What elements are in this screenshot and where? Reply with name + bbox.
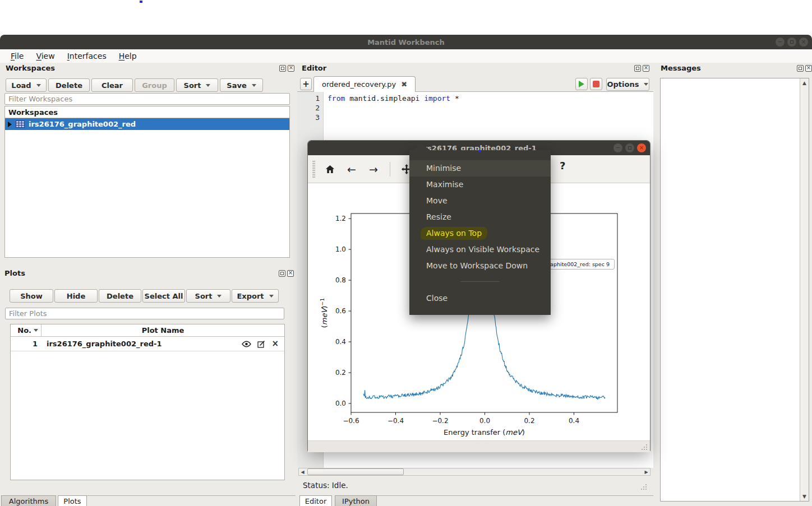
options-button[interactable]: Options bbox=[606, 78, 649, 91]
bottom-plots-tab[interactable]: Plots bbox=[58, 495, 87, 506]
context-menu-item-resize[interactable]: Resize bbox=[409, 209, 551, 225]
menu-item-file[interactable]: File bbox=[6, 50, 29, 62]
svg-text:0.6: 0.6 bbox=[335, 307, 346, 315]
context-menu-item-always-on-visible-workspace[interactable]: Always on Visible Workspace bbox=[409, 242, 551, 258]
workspaces-delete-button[interactable]: Delete bbox=[48, 78, 90, 92]
plots-float-icon[interactable] bbox=[279, 270, 285, 277]
resize-grip[interactable] bbox=[642, 443, 648, 450]
workspaces-load-button[interactable]: Load bbox=[6, 78, 47, 92]
back-icon[interactable]: ← bbox=[344, 162, 359, 177]
close-icon[interactable]: × bbox=[271, 340, 279, 348]
plots-close-icon[interactable] bbox=[287, 270, 294, 277]
menu-bar: FileViewInterfacesHelp bbox=[0, 49, 812, 63]
workspaces-panel-title: Workspaces bbox=[6, 64, 55, 72]
messages-scrollbar[interactable]: ▲ ▼ bbox=[800, 78, 809, 501]
editor-float-icon[interactable] bbox=[634, 65, 641, 72]
plots-show-button[interactable]: Show bbox=[10, 289, 53, 303]
play-icon bbox=[579, 81, 584, 87]
button-label: Export bbox=[237, 292, 264, 300]
workspaces-group-button[interactable]: Group bbox=[135, 78, 174, 92]
menu-item-view[interactable]: View bbox=[31, 50, 59, 62]
context-menu-item-maximise[interactable]: Maximise bbox=[409, 177, 551, 193]
editor-close-icon[interactable] bbox=[643, 65, 649, 72]
eye-icon[interactable] bbox=[242, 341, 251, 347]
resize-grip[interactable] bbox=[641, 483, 648, 490]
expand-arrow-icon[interactable] bbox=[8, 122, 12, 127]
run-button[interactable] bbox=[575, 78, 588, 90]
button-label: Show bbox=[20, 292, 43, 300]
context-menu-item-minimise[interactable]: Minimise bbox=[409, 160, 551, 177]
line-number: 1 bbox=[297, 94, 323, 103]
plots-sort-button[interactable]: Sort bbox=[186, 289, 230, 303]
chevron-down-icon bbox=[206, 84, 210, 87]
workspaces-list: Workspaces irs26176_graphite002_red bbox=[4, 106, 290, 258]
toolbar-grip[interactable] bbox=[312, 160, 315, 178]
plots-filter-input[interactable] bbox=[5, 308, 284, 319]
workspace-item[interactable]: irs26176_graphite002_red bbox=[5, 118, 289, 130]
button-label: Load bbox=[11, 81, 31, 90]
stray-dot bbox=[140, 1, 142, 3]
chevron-down-icon bbox=[217, 295, 222, 298]
stray-dot bbox=[478, 150, 481, 152]
maximize-button[interactable] bbox=[787, 38, 796, 47]
svg-text:1.2: 1.2 bbox=[335, 215, 346, 222]
plots-delete-button[interactable]: Delete bbox=[99, 289, 141, 303]
table-row[interactable]: 1irs26176_graphite002_red-1× bbox=[11, 337, 284, 351]
scroll-left-icon[interactable]: ◀ bbox=[299, 468, 306, 475]
menu-separator bbox=[460, 281, 500, 282]
workspaces-save-button[interactable]: Save bbox=[220, 78, 263, 92]
console-editor-tab[interactable]: Editor bbox=[299, 495, 332, 506]
scroll-down-icon[interactable]: ▼ bbox=[800, 492, 809, 501]
context-menu-item-always-on-top[interactable]: Always on Top bbox=[409, 225, 551, 242]
scroll-up-icon[interactable]: ▲ bbox=[800, 78, 809, 87]
svg-text:0.2: 0.2 bbox=[335, 369, 346, 377]
plot-close-button[interactable]: × bbox=[637, 143, 646, 152]
tab-close-icon[interactable]: ✖ bbox=[401, 80, 407, 89]
svg-text:0.0: 0.0 bbox=[479, 417, 490, 425]
context-menu-item-close[interactable]: Close bbox=[409, 290, 551, 307]
chevron-down-icon bbox=[252, 84, 256, 87]
new-tab-button[interactable]: + bbox=[300, 78, 312, 90]
scrollbar-thumb[interactable] bbox=[307, 468, 404, 475]
plot-number: 1 bbox=[11, 340, 41, 348]
home-icon[interactable] bbox=[322, 162, 337, 177]
close-button[interactable]: × bbox=[799, 38, 808, 47]
workspaces-clear-button[interactable]: Clear bbox=[91, 78, 133, 92]
tab-ordered-recovery[interactable]: ordered_recovery.py ✖ bbox=[313, 76, 416, 92]
minimize-button[interactable]: − bbox=[776, 38, 785, 47]
console-ipython-tab[interactable]: IPython bbox=[335, 495, 377, 506]
workspaces-close-icon[interactable] bbox=[288, 65, 294, 72]
messages-float-icon[interactable] bbox=[797, 65, 804, 72]
plots-column-name[interactable]: Plot Name bbox=[41, 326, 284, 335]
svg-text:−0.6: −0.6 bbox=[343, 417, 359, 425]
context-menu-item-move-to-workspace-down[interactable]: Move to Workspace Down bbox=[409, 258, 551, 274]
plots-select-all-button[interactable]: Select All bbox=[142, 289, 185, 303]
workspaces-sort-button[interactable]: Sort bbox=[176, 78, 218, 92]
workspaces-float-icon[interactable] bbox=[279, 65, 286, 72]
line-number: 3 bbox=[297, 113, 323, 122]
toolbar-separator bbox=[390, 162, 390, 177]
bottom-algorithms-tab[interactable]: Algorithms bbox=[1, 495, 56, 506]
stop-button[interactable] bbox=[590, 78, 602, 90]
menu-item-help[interactable]: Help bbox=[114, 50, 142, 62]
svg-text:0.8: 0.8 bbox=[335, 276, 346, 284]
editor-hscrollbar[interactable]: ◀ ▶ bbox=[298, 468, 650, 476]
plot-maximize-button[interactable] bbox=[625, 143, 634, 152]
scroll-right-icon[interactable]: ▶ bbox=[643, 468, 650, 475]
messages-close-icon[interactable] bbox=[805, 65, 812, 72]
workspace-name: irs26176_graphite002_red bbox=[29, 120, 136, 128]
context-menu-item-move[interactable]: Move bbox=[409, 193, 551, 209]
edit-icon[interactable] bbox=[257, 340, 265, 348]
plot-minimize-button[interactable]: − bbox=[613, 143, 622, 152]
menu-item-interfaces[interactable]: Interfaces bbox=[62, 50, 112, 62]
button-label: Clear bbox=[101, 81, 123, 90]
workspaces-filter-input[interactable] bbox=[4, 93, 290, 105]
plots-hide-button[interactable]: Hide bbox=[54, 289, 98, 303]
plots-column-no[interactable]: No. bbox=[11, 324, 41, 336]
plot-name: irs26176_graphite002_red-1 bbox=[41, 340, 242, 348]
sort-arrow-icon bbox=[34, 329, 38, 332]
forward-icon[interactable]: → bbox=[366, 162, 381, 177]
help-icon[interactable]: ? bbox=[560, 160, 565, 171]
chevron-down-icon bbox=[269, 295, 274, 298]
plots-export-button[interactable]: Export bbox=[232, 289, 279, 303]
